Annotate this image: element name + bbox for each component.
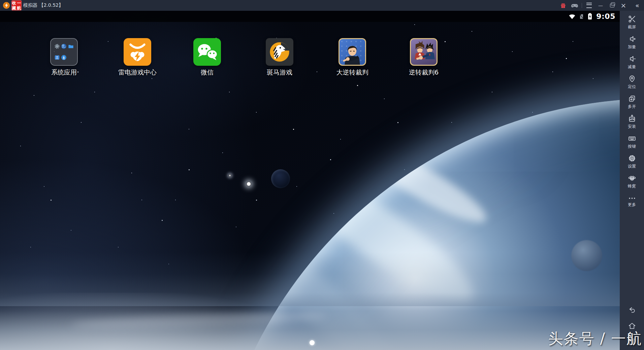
app-zebra-games[interactable]: 斑马游戏 xyxy=(254,38,305,77)
app-label: 系统应用 xyxy=(39,68,89,77)
globe-mini-icon xyxy=(61,43,67,50)
location-pin-icon xyxy=(628,75,636,83)
maximize-icon xyxy=(610,4,614,7)
wifi-icon xyxy=(568,13,576,20)
battery-charging-icon xyxy=(587,12,593,21)
close-button[interactable]: × xyxy=(618,0,629,11)
sidebar-item-label: 截屏 xyxy=(628,24,636,30)
app-ace-attorney-6[interactable]: 逆转裁判6 xyxy=(398,38,449,77)
app-system-folder[interactable]: 系统应用 xyxy=(39,38,89,77)
android-screen: 9:05 xyxy=(0,11,620,350)
multi-instance-icon xyxy=(628,94,636,103)
glow-star xyxy=(246,181,251,186)
contacts-mini-icon xyxy=(54,54,60,61)
app-ld-game-center[interactable]: 雷电游戏中心 xyxy=(112,38,163,77)
app-label: 斑马游戏 xyxy=(254,68,305,77)
sidebar-item-label: 蜂窝 xyxy=(628,183,636,189)
great-ace-attorney-icon xyxy=(339,38,366,66)
gear-icon xyxy=(628,154,636,163)
menu-icon xyxy=(586,3,592,8)
sidebar-item-more[interactable]: 更多 xyxy=(620,192,644,211)
sidebar-item-label: 更多 xyxy=(628,202,636,208)
titlebar-controls: — × « xyxy=(557,0,644,11)
wechat-icon xyxy=(193,38,221,66)
gamepad-button[interactable] xyxy=(569,0,580,11)
zebra-games-icon xyxy=(266,38,293,66)
gear-mini-icon xyxy=(54,43,60,50)
apk-install-icon: aPK xyxy=(628,114,636,123)
menu-button[interactable] xyxy=(583,0,595,11)
minimize-icon: — xyxy=(598,3,603,8)
desktop-app-grid: 系统应用 雷电游戏中心 xyxy=(0,38,620,92)
sidebar-item-install-apk[interactable]: aPK 安装 xyxy=(620,112,644,132)
stamp-char: 藏 xyxy=(11,5,17,10)
window-title: 模拟器 【2.0.52】 xyxy=(23,2,63,8)
stamp-char: 一 xyxy=(17,0,22,5)
app-great-ace-attorney[interactable]: 大逆转裁判 xyxy=(327,38,378,77)
sidebar-item-settings[interactable]: 设置 xyxy=(620,152,644,171)
sidebar-item-label: 安装 xyxy=(628,124,636,129)
app-label: 逆转裁判6 xyxy=(398,68,449,77)
android-status-bar: 9:05 xyxy=(0,11,620,22)
sidebar-item-location[interactable]: 定位 xyxy=(620,72,644,92)
sidebar-item-label: 定位 xyxy=(628,84,636,90)
dark-moon xyxy=(271,169,290,188)
channel-watermark: 头条号 / 一航 xyxy=(548,329,642,349)
sidebar-item-label: 设置 xyxy=(628,164,636,169)
collapse-icon: « xyxy=(635,2,639,9)
titlebar: 收 一 藏 航 模拟器 【2.0.52】 xyxy=(0,0,644,11)
sidebar-item-volume-down[interactable]: 减量 xyxy=(620,53,644,72)
emulator-sidebar: 截屏 加量 减量 定位 xyxy=(620,11,644,350)
no-sim-icon xyxy=(578,13,585,20)
scissors-icon xyxy=(628,15,636,23)
sidebar-item-label: 减量 xyxy=(628,64,636,70)
gift-icon xyxy=(560,2,567,9)
titlebar-separator xyxy=(582,3,582,8)
ldplayer-logo-icon xyxy=(3,2,10,9)
gamepad-icon xyxy=(571,1,579,9)
sidebar-item-hive[interactable]: 蜂窝 xyxy=(620,172,644,191)
volume-down-icon xyxy=(628,55,636,63)
sidebar-item-volume-up[interactable]: 加量 xyxy=(620,33,644,52)
system-apps-folder-icon xyxy=(50,38,78,66)
collapse-sidebar-button[interactable]: « xyxy=(631,0,643,11)
more-dots-icon xyxy=(628,196,636,201)
sidebar-item-label: 多开 xyxy=(628,104,636,110)
apk-icon-text: aPK xyxy=(630,118,635,121)
glow-star xyxy=(228,174,231,177)
folder-mini-icon xyxy=(68,43,74,50)
app-wechat[interactable]: 微信 xyxy=(182,38,232,77)
volume-up-icon xyxy=(628,35,636,43)
keyboard-icon xyxy=(628,134,636,143)
app-label: 雷电游戏中心 xyxy=(112,68,163,77)
clock: 9:05 xyxy=(596,12,615,21)
stamp-char: 收 xyxy=(11,0,17,5)
minimize-button[interactable]: — xyxy=(595,0,606,11)
sidebar-item-key-mapping[interactable]: 按键 xyxy=(620,132,644,151)
close-icon: × xyxy=(621,1,626,9)
sidebar-item-label: 按键 xyxy=(628,144,636,149)
bee-icon xyxy=(628,174,636,182)
stamp-char: 航 xyxy=(17,5,22,10)
page-indicator-dot[interactable] xyxy=(310,340,315,345)
ace-attorney-6-icon xyxy=(410,38,438,66)
sidebar-item-multi-instance[interactable]: 多开 xyxy=(620,92,644,112)
emulator-window: 收 一 藏 航 模拟器 【2.0.52】 xyxy=(0,0,644,350)
sidebar-item-screenshot[interactable]: 截屏 xyxy=(620,13,644,32)
sidebar-item-label: 加量 xyxy=(628,44,636,50)
ld-game-center-icon xyxy=(124,38,151,66)
gift-button[interactable] xyxy=(557,0,569,11)
maximize-button[interactable] xyxy=(606,0,618,11)
watermark-stamp: 收 一 藏 航 xyxy=(11,0,22,10)
app-label: 微信 xyxy=(182,68,232,77)
download-mini-icon xyxy=(61,54,67,61)
back-icon[interactable] xyxy=(627,306,637,314)
app-label: 大逆转裁判 xyxy=(327,68,378,77)
